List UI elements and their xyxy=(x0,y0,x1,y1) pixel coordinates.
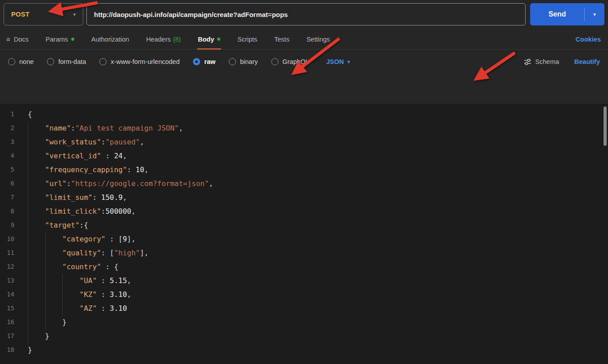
line-number: 11 xyxy=(0,246,21,260)
params-indicator-dot xyxy=(71,38,74,41)
radio-graphql[interactable]: GraphQL xyxy=(271,58,309,65)
body-indicator-dot xyxy=(217,38,220,41)
code-line[interactable]: 1{ xyxy=(0,107,608,121)
code-line[interactable]: 17} xyxy=(0,329,608,343)
line-number: 15 xyxy=(0,301,21,315)
chevron-down-icon: ▾ xyxy=(73,12,76,17)
tab-scripts[interactable]: Scripts xyxy=(237,29,257,49)
send-button-label[interactable]: Send xyxy=(530,3,584,25)
line-number: 14 xyxy=(0,288,21,301)
chevron-down-icon: ▾ xyxy=(347,59,350,65)
code-line[interactable]: 16} xyxy=(0,315,608,329)
indent-guide xyxy=(45,288,63,301)
line-number: 17 xyxy=(0,329,21,343)
indent-guide xyxy=(45,260,63,274)
indent-guide xyxy=(28,274,45,288)
indent-guide xyxy=(45,274,63,288)
line-number: 13 xyxy=(0,274,21,288)
indent-guide xyxy=(28,260,45,274)
request-tabs: ≡ Docs Params Authorization Headers (8) … xyxy=(0,29,608,50)
schema-button[interactable]: Schema xyxy=(524,58,559,65)
url-field-container xyxy=(86,3,526,25)
language-selector[interactable]: JSON ▾ xyxy=(326,58,350,65)
code-line[interactable]: 11"quality": ["high"], xyxy=(0,246,608,260)
radio-x-www-form-urlencoded[interactable]: x-www-form-urlencoded xyxy=(99,58,180,65)
code-line[interactable]: 5"frequency_capping": 10, xyxy=(0,163,608,177)
radio-none[interactable]: none xyxy=(8,58,34,65)
indent-guide xyxy=(28,121,45,135)
docs-list-icon: ≡ xyxy=(6,35,10,43)
code-line[interactable]: 6"url":"https://google.com?format=json", xyxy=(0,177,608,190)
line-number: 2 xyxy=(0,121,21,135)
line-number: 6 xyxy=(0,177,21,190)
indent-guide xyxy=(28,218,45,232)
line-number: 1 xyxy=(0,107,21,121)
line-number: 5 xyxy=(0,163,21,177)
code-line[interactable]: 14"KZ" : 3.10, xyxy=(0,288,608,301)
tab-docs[interactable]: ≡ Docs xyxy=(6,29,29,49)
tab-tests[interactable]: Tests xyxy=(274,29,290,49)
radio-icon xyxy=(47,58,54,65)
indent-guide xyxy=(28,315,45,329)
request-bar: POST ▾ Send ▾ xyxy=(4,3,604,25)
chevron-down-icon: ▾ xyxy=(593,12,596,17)
code-lines: 1{2"name":"Api test campaign JSON",3"wor… xyxy=(0,107,608,357)
code-line[interactable]: 9"target":{ xyxy=(0,218,608,232)
headers-count: (8) xyxy=(173,36,181,43)
indent-guide xyxy=(45,301,63,315)
indent-guide xyxy=(45,246,63,260)
line-number: 3 xyxy=(0,135,21,149)
indent-guide xyxy=(28,288,45,301)
tab-params[interactable]: Params xyxy=(46,29,74,49)
tab-headers[interactable]: Headers (8) xyxy=(146,29,181,49)
code-line[interactable]: 7"limit_sum": 150.9, xyxy=(0,190,608,204)
method-label: POST xyxy=(11,11,30,18)
radio-raw[interactable]: raw xyxy=(193,58,215,65)
line-number: 4 xyxy=(0,149,21,163)
indent-guide xyxy=(28,301,45,315)
radio-form-data[interactable]: form-data xyxy=(47,58,86,65)
radio-binary[interactable]: binary xyxy=(229,58,258,65)
indent-guide xyxy=(62,301,80,315)
send-button[interactable]: Send ▾ xyxy=(530,3,604,25)
radio-icon xyxy=(99,58,107,65)
method-selector[interactable]: POST ▾ xyxy=(4,3,83,25)
code-line[interactable]: 10"category" : [9], xyxy=(0,232,608,246)
indent-guide xyxy=(28,204,45,218)
raw-body-editor[interactable]: 1{2"name":"Api test campaign JSON",3"wor… xyxy=(0,104,608,364)
code-line[interactable]: 15"AZ" : 3.10 xyxy=(0,301,608,315)
code-line[interactable]: 12"country" : { xyxy=(0,260,608,274)
tab-authorization[interactable]: Authorization xyxy=(91,29,129,49)
radio-icon xyxy=(8,58,15,65)
code-line[interactable]: 3"work_status":"paused", xyxy=(0,135,608,149)
indent-guide xyxy=(28,135,45,149)
schema-icon xyxy=(524,59,531,65)
api-client-window: { "request": { "method": "POST", "url": … xyxy=(0,0,608,364)
line-number: 18 xyxy=(0,343,21,357)
cookies-link[interactable]: Cookies xyxy=(576,36,601,43)
editor-scrollbar[interactable] xyxy=(604,106,607,146)
radio-icon xyxy=(229,58,236,65)
code-line[interactable]: 8"limit_click":500000, xyxy=(0,204,608,218)
tab-body[interactable]: Body xyxy=(198,29,220,49)
url-input[interactable] xyxy=(94,11,518,18)
indent-guide xyxy=(28,149,45,163)
indent-guide xyxy=(62,274,80,288)
line-number: 16 xyxy=(0,315,21,329)
line-number: 10 xyxy=(0,232,21,246)
beautify-button[interactable]: Beautify xyxy=(574,58,600,65)
line-number: 8 xyxy=(0,204,21,218)
send-options-button[interactable]: ▾ xyxy=(585,3,604,25)
indent-guide xyxy=(28,246,45,260)
tab-settings[interactable]: Settings xyxy=(306,29,330,49)
code-line[interactable]: 4"vertical_id" : 24, xyxy=(0,149,608,163)
code-line[interactable]: 18} xyxy=(0,343,608,357)
indent-guide xyxy=(28,232,45,246)
line-number: 12 xyxy=(0,260,21,274)
indent-guide xyxy=(28,190,45,204)
code-line[interactable]: 2"name":"Api test campaign JSON", xyxy=(0,121,608,135)
code-line[interactable]: 13"UA" : 5.15, xyxy=(0,274,608,288)
radio-selected-icon xyxy=(193,58,200,65)
body-type-row: none form-data x-www-form-urlencoded raw… xyxy=(0,50,608,74)
radio-icon xyxy=(271,58,278,65)
